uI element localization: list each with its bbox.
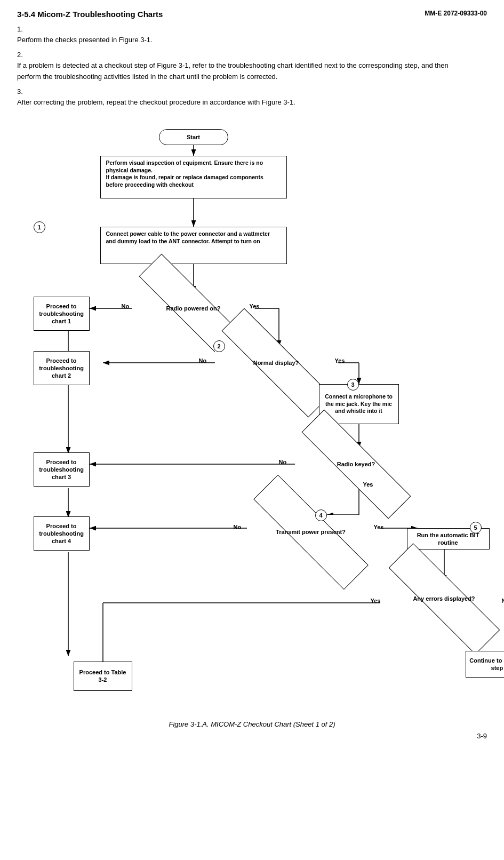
proceed-chart4-node: Proceed to troubleshooting chart 4: [34, 516, 90, 551]
normal-display-node: Normal display?: [215, 347, 338, 379]
proceed-chart2-node: Proceed to troubleshooting chart 2: [34, 351, 90, 385]
normal-display-yes-label: Yes: [335, 357, 345, 364]
circle-5: 5: [470, 522, 482, 533]
radio-powered-yes-label: Yes: [250, 303, 260, 309]
page: MM-E 2072-09333-00 3-5.4 Micom-Z Trouble…: [0, 0, 504, 750]
step-num-1: 1.: [17, 24, 29, 35]
circle-3: 3: [347, 379, 359, 391]
proceed-table32-node: Proceed to Table 3-2: [74, 662, 132, 691]
circle-2: 2: [213, 340, 225, 352]
step-2: 2. If a problem is detected at a checkou…: [17, 50, 487, 82]
proceed-chart1-node: Proceed to troubleshooting chart 1: [34, 297, 90, 331]
normal-display-no-label: No: [199, 357, 207, 364]
doc-number: MM-E 2072-09333-00: [425, 10, 487, 17]
flowchart: Start Perform visual inspection of equip…: [18, 117, 487, 715]
start-node: Start: [159, 129, 228, 145]
any-errors-yes-label: Yes: [371, 598, 381, 604]
any-errors-node: Any errors displayed?: [383, 582, 505, 616]
proceed-chart3-node: Proceed to troubleshooting chart 3: [34, 452, 90, 487]
any-errors-no-label: No: [502, 598, 505, 604]
step-1: 1. Perform the checks presented in Figur…: [17, 24, 487, 45]
transmit-power-yes-label: Yes: [374, 524, 384, 530]
section-title: 3-5.4 Micom-Z Troubleshooting Charts: [17, 10, 487, 19]
circle-1: 1: [34, 221, 45, 233]
step-num-3: 3.: [17, 86, 29, 97]
continue-checkout-node: Continue to checkout step 6: [466, 651, 505, 678]
transmit-power-node: Transmit power present?: [247, 515, 375, 550]
radio-powered-no-label: No: [122, 303, 130, 309]
figure-caption: Figure 3-1.A. MICOM-Z Checkout Chart (Sh…: [17, 720, 487, 728]
radio-keyed-yes-label: Yes: [363, 481, 373, 488]
page-number: 3-9: [477, 732, 487, 740]
transmit-power-no-label: No: [234, 524, 242, 530]
step-3: 3. After correcting the problem, repeat …: [17, 86, 487, 108]
radio-keyed-no-label: No: [279, 459, 287, 465]
connect-power-node: Connect power cable to the power connect…: [100, 227, 287, 264]
visual-inspect-node: Perform visual inspection of equipment. …: [100, 156, 287, 198]
radio-keyed-node: Radio keyed?: [295, 448, 418, 480]
flowchart-arrows: [18, 117, 487, 715]
circle-4: 4: [315, 509, 327, 521]
step-num-2: 2.: [17, 50, 29, 60]
